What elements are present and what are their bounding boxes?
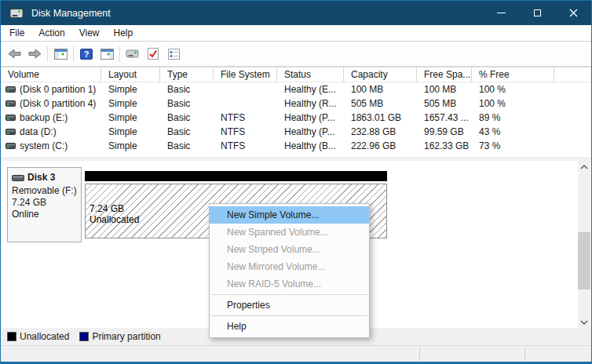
cell-status: Healthy (P...	[277, 112, 344, 123]
volume-row[interactable]: (Disk 0 partition 1) Simple Basic Health…	[1, 82, 591, 96]
menu-file[interactable]: File	[2, 26, 31, 40]
disk-info-box[interactable]: Disk 3 Removable (F:) 7.24 GB Online	[7, 167, 82, 242]
volume-list-panel: Volume Layout Type File System Status Ca…	[1, 67, 591, 157]
status-bar-separator	[419, 348, 420, 361]
menu-item-help[interactable]: Help	[210, 318, 369, 335]
cell-free-space: 1657.43 ...	[417, 112, 472, 123]
forward-icon	[28, 49, 42, 59]
chevron-down-icon	[580, 320, 588, 325]
volume-name: (Disk 0 partition 4)	[20, 98, 96, 109]
unallocated-swatch	[7, 332, 16, 341]
cell-type: Basic	[160, 84, 214, 95]
help-button[interactable]: ?	[76, 45, 97, 64]
volume-table-header: Volume Layout Type File System Status Ca…	[1, 67, 591, 82]
minimize-button[interactable]	[483, 1, 519, 25]
close-button[interactable]	[555, 1, 591, 25]
checklist-icon	[168, 49, 180, 60]
column-header-status[interactable]: Status	[277, 67, 344, 82]
menu-item-properties[interactable]: Properties	[210, 297, 369, 314]
titlebar[interactable]: Disk Management	[1, 1, 591, 25]
action-pane-icon	[100, 49, 114, 60]
column-header-layout[interactable]: Layout	[101, 67, 160, 82]
window-title: Disk Management	[31, 8, 111, 19]
disk-management-window: Disk Management File Action View Help	[0, 0, 592, 364]
checklist-button[interactable]	[163, 45, 184, 64]
console-tree-icon	[54, 49, 68, 60]
cell-file-system: NTFS	[214, 126, 277, 137]
cell-layout: Simple	[101, 126, 160, 137]
status-bar	[1, 345, 591, 362]
volume-icon	[5, 100, 16, 107]
menu-item-new-striped-volume: New Striped Volume...	[210, 241, 369, 258]
cell-status: Healthy (E...	[277, 84, 344, 95]
cell-free-space: 505 MB	[417, 98, 472, 109]
volume-name: data (D:)	[20, 126, 57, 137]
volume-name: (Disk 0 partition 1)	[20, 84, 96, 95]
vertical-scrollbar[interactable]	[578, 161, 590, 328]
context-menu: New Simple Volume... New Spanned Volume.…	[209, 203, 370, 338]
volume-row[interactable]: system (C:) Simple Basic NTFS Healthy (B…	[1, 139, 591, 153]
column-header-type[interactable]: Type	[160, 67, 214, 82]
disk-drive-icon	[9, 8, 24, 19]
cell-free-space: 99.59 GB	[417, 126, 472, 137]
toolbar-separator	[73, 46, 74, 62]
column-header-percent-free[interactable]: % Free	[472, 67, 554, 82]
volume-row[interactable]: (Disk 0 partition 4) Simple Basic Health…	[1, 96, 591, 111]
forward-button[interactable]	[24, 45, 45, 64]
column-header-file-system[interactable]: File System	[214, 67, 277, 82]
action-pane-button[interactable]	[97, 45, 117, 64]
column-header-volume[interactable]: Volume	[1, 67, 101, 82]
disk-icon	[12, 175, 24, 181]
toolbar: ?	[1, 42, 591, 67]
menubar: File Action View Help	[1, 25, 591, 42]
primary-partition-swatch	[79, 332, 89, 341]
menu-view[interactable]: View	[72, 26, 107, 40]
toolbar-separator	[119, 46, 120, 62]
check-document-button[interactable]	[143, 45, 163, 64]
menu-item-new-raid5-volume: New RAID-5 Volume...	[210, 275, 369, 293]
check-document-icon	[148, 48, 159, 60]
device-icon	[126, 49, 140, 59]
back-icon	[8, 49, 21, 59]
cell-status: Healthy (R...	[277, 98, 344, 109]
menu-action[interactable]: Action	[31, 26, 71, 40]
scroll-up-button[interactable]	[578, 161, 590, 173]
cell-layout: Simple	[101, 112, 160, 123]
column-header-free-space[interactable]: Free Spa...	[417, 67, 472, 82]
menu-item-new-simple-volume[interactable]: New Simple Volume...	[210, 206, 369, 224]
status-bar-separator	[524, 348, 525, 361]
cell-percent-free: 100 %	[472, 98, 554, 109]
back-button[interactable]	[4, 45, 24, 64]
volume-row[interactable]: data (D:) Simple Basic NTFS Healthy (P..…	[1, 125, 591, 139]
column-header-capacity[interactable]: Capacity	[344, 67, 417, 82]
maximize-button[interactable]	[519, 1, 555, 25]
volume-row[interactable]: backup (E:) Simple Basic NTFS Healthy (P…	[1, 111, 591, 125]
disk-status: Online	[12, 209, 81, 220]
cell-percent-free: 73 %	[472, 140, 554, 151]
volume-name: system (C:)	[20, 140, 68, 151]
volume-icon	[5, 86, 16, 93]
legend-label-primary-partition: Primary partition	[92, 331, 160, 342]
volume-name: backup (E:)	[20, 112, 68, 123]
disk-media-type: Removable (F:)	[12, 185, 81, 197]
unallocated-color-strip	[85, 171, 387, 181]
cell-status: Healthy (P...	[277, 126, 344, 137]
cell-type: Basic	[160, 112, 214, 123]
scroll-thumb[interactable]	[578, 232, 590, 289]
scroll-down-button[interactable]	[578, 316, 590, 328]
menu-help[interactable]: Help	[107, 26, 141, 40]
device-button[interactable]	[122, 45, 143, 64]
legend-label-unallocated: Unallocated	[20, 331, 69, 342]
cell-type: Basic	[160, 98, 214, 109]
svg-text:?: ?	[84, 49, 90, 59]
cell-capacity: 505 MB	[344, 98, 417, 109]
volume-icon	[5, 115, 16, 121]
cell-type: Basic	[160, 126, 214, 137]
console-tree-button[interactable]	[50, 45, 71, 64]
cell-layout: Simple	[101, 140, 160, 151]
close-icon	[569, 9, 578, 17]
cell-status: Healthy (B...	[277, 140, 344, 151]
disk-size: 7.24 GB	[12, 197, 81, 209]
cell-type: Basic	[160, 140, 214, 151]
maximize-icon	[534, 9, 541, 16]
